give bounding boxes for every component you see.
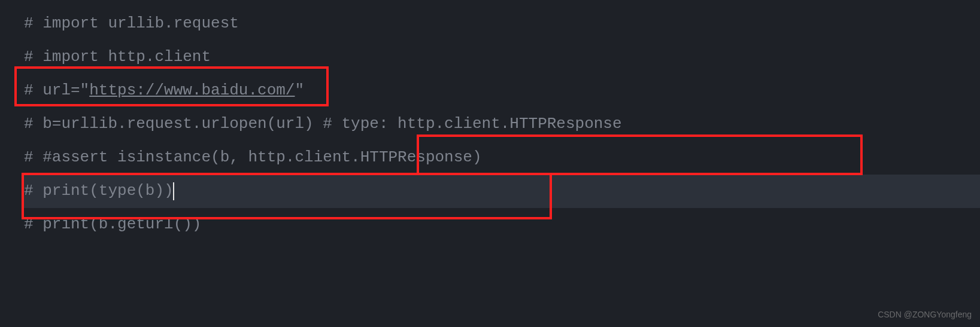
comment-text: # print(type(b)) xyxy=(24,175,174,208)
comment-text: # url="https://www.baidu.com/" xyxy=(24,74,304,108)
code-line-4[interactable]: # b=urllib.request.urlopen(url) # type: … xyxy=(24,108,980,141)
comment-suffix: " xyxy=(295,81,304,99)
code-line-6-current[interactable]: # print(type(b)) xyxy=(24,175,980,208)
code-line-2[interactable]: # import http.client xyxy=(24,41,980,74)
code-line-5[interactable]: # #assert isinstance(b, http.client.HTTP… xyxy=(24,141,980,175)
comment-text: # b=urllib.request.urlopen(url) # type: … xyxy=(24,108,622,141)
watermark: CSDN @ZONGYongfeng xyxy=(878,305,972,323)
text-cursor xyxy=(173,182,174,200)
url-link[interactable]: https://www.baidu.com/ xyxy=(89,81,295,99)
code-editor[interactable]: # import urllib.request # import http.cl… xyxy=(0,7,980,242)
code-line-1[interactable]: # import urllib.request xyxy=(24,7,980,41)
comment-text: # import urllib.request xyxy=(24,7,239,41)
code-line-3[interactable]: # url="https://www.baidu.com/" xyxy=(24,74,980,108)
comment-text: # #assert isinstance(b, http.client.HTTP… xyxy=(24,141,482,175)
code-line-7[interactable]: # print(b.geturl()) xyxy=(24,208,980,242)
comment-text: # print(b.geturl()) xyxy=(24,208,201,242)
comment-text: # import http.client xyxy=(24,41,211,74)
comment-prefix: # url=" xyxy=(24,81,89,99)
